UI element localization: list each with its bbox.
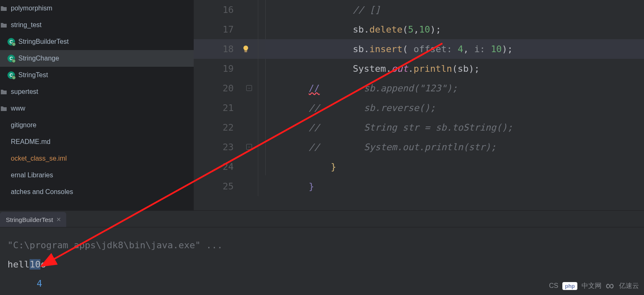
line-number: 18 <box>194 39 234 59</box>
code-token: , <box>414 24 419 35</box>
watermark-php: php <box>562 282 577 290</box>
class-icon <box>7 38 15 45</box>
sidebar-item-atches-and-consoles[interactable]: atches and Consoles <box>0 184 194 200</box>
code-line[interactable]: sb.delete(5,10); <box>265 20 644 39</box>
sidebar-item-supertest[interactable]: supertest <box>0 83 194 100</box>
output-post: o <box>40 259 46 270</box>
code-token: // String str = sb.toString(); <box>309 122 513 133</box>
sidebar-item-label: StringTest <box>18 71 48 79</box>
folder-icon <box>0 5 7 12</box>
watermark-brand: 亿速云 <box>619 282 639 290</box>
folder-icon <box>0 88 7 96</box>
code-line[interactable]: // [] <box>265 0 644 20</box>
code-line[interactable]: sb.insert( offset: 4, i: 10); <box>265 39 644 59</box>
code-editor[interactable]: 16171819202122232425 −− // [] sb.delete(… <box>194 0 644 210</box>
sidebar-item-label: supertest <box>11 88 38 96</box>
sidebar-item-string-test[interactable]: string_test <box>0 17 194 33</box>
main-layout: polymorphismstring_testStringBuilderTest… <box>0 0 644 210</box>
fold-marker[interactable]: − <box>246 85 252 91</box>
code-token: 4 <box>458 44 463 54</box>
svg-rect-0 <box>245 51 247 52</box>
code-line[interactable]: // String str = sb.toString(); <box>265 118 644 137</box>
sidebar-item-readme-md[interactable]: README.md <box>0 134 194 150</box>
code-line[interactable]: // sb.append("123"); <box>265 78 644 98</box>
line-number: 17 <box>194 20 234 39</box>
code-line[interactable]: } <box>265 176 644 196</box>
console-tab[interactable]: StringBuilderTest ✕ <box>0 212 66 227</box>
sidebar-item-www[interactable]: www <box>0 100 194 117</box>
sidebar-item-stringbuildertest[interactable]: StringBuilderTest <box>0 33 194 50</box>
code-token: offset: <box>414 44 458 54</box>
project-sidebar[interactable]: polymorphismstring_testStringBuilderTest… <box>0 0 194 210</box>
code-token: ( <box>402 44 414 54</box>
console-tab-label: StringBuilderTest <box>6 216 53 223</box>
code-token: (sb); <box>452 63 479 74</box>
code-token: sb.append("123"); <box>320 83 457 93</box>
sidebar-item-label: polymorphism <box>11 5 52 12</box>
watermark-cn: 中文网 <box>582 282 602 290</box>
code-token: System. <box>353 63 392 74</box>
code-token: // System.out.println(str); <box>309 142 496 152</box>
code-token: // <box>309 83 320 93</box>
line-number: 23 <box>194 137 234 157</box>
code-token: 10 <box>491 44 502 54</box>
line-number: 21 <box>194 98 234 118</box>
console-output[interactable]: "C:\program apps\jdk8\bin\java.exe" ... … <box>0 227 644 295</box>
code-line[interactable]: // System.out.println(str); <box>265 137 644 157</box>
lightbulb-icon[interactable] <box>241 44 250 53</box>
code-token: out <box>392 63 408 74</box>
console-panel: StringBuilderTest ✕ "C:\program apps\jdk… <box>0 210 644 295</box>
class-icon <box>7 55 15 62</box>
line-number: 25 <box>194 176 234 196</box>
console-caret-indicator: 4 <box>7 274 637 293</box>
code-area[interactable]: // [] sb.delete(5,10); sb.insert( offset… <box>265 0 644 210</box>
code-token: ); <box>430 24 441 35</box>
line-number: 19 <box>194 59 234 78</box>
code-token: . <box>408 63 413 74</box>
sidebar-item-label: StringChange <box>18 55 59 62</box>
console-tabs: StringBuilderTest ✕ <box>0 211 644 227</box>
line-number: 24 <box>194 157 234 176</box>
caret-num: 4 <box>37 278 42 289</box>
code-line[interactable]: System.out.println(sb); <box>265 59 644 78</box>
sidebar-item-polymorphism[interactable]: polymorphism <box>0 0 194 17</box>
code-token: println <box>414 63 452 74</box>
sidebar-item-stringchange[interactable]: StringChange <box>0 50 194 67</box>
code-token: insert <box>369 44 402 54</box>
sidebar-item-ocket-class-se-iml[interactable]: ocket_class_se.iml <box>0 150 194 167</box>
sidebar-item-label: string_test <box>11 21 42 29</box>
class-icon <box>7 71 15 79</box>
watermark-cs: CS <box>549 282 558 290</box>
code-line[interactable]: // sb.reverse(); <box>265 98 644 118</box>
fold-marker[interactable]: − <box>246 144 252 150</box>
fold-column: −− <box>244 0 265 210</box>
sidebar-item-ernal-libraries[interactable]: ernal Libraries <box>0 167 194 184</box>
code-token: ( <box>402 24 408 35</box>
watermark: CS php 中文网 亿速云 <box>549 279 639 292</box>
line-number: 20 <box>194 78 234 98</box>
output-selection: 10 <box>30 259 41 270</box>
line-gutter: 16171819202122232425 <box>194 0 244 210</box>
sidebar-item-label: gitignore <box>11 121 36 129</box>
output-pre: hell <box>7 259 30 270</box>
sidebar-item-label: ernal Libraries <box>11 171 53 179</box>
close-icon[interactable]: ✕ <box>56 216 61 223</box>
code-token: delete <box>369 24 402 35</box>
sidebar-item-gitignore[interactable]: gitignore <box>0 117 194 134</box>
code-token: 10 <box>419 24 430 35</box>
line-number: 16 <box>194 0 234 20</box>
console-cmd-path: "C:\program apps\jdk8\bin\java.exe" ... <box>7 236 637 255</box>
code-token: , <box>463 44 474 54</box>
sidebar-item-label: README.md <box>11 138 50 146</box>
console-output-line: hell10o <box>7 255 637 274</box>
infinity-icon <box>606 279 615 292</box>
code-token: } <box>331 161 336 172</box>
code-token: // [] <box>353 5 380 15</box>
code-token: i: <box>474 44 491 54</box>
sidebar-item-label: StringBuilderTest <box>18 38 69 45</box>
code-line[interactable]: } <box>265 157 644 176</box>
sidebar-item-label: atches and Consoles <box>11 188 73 196</box>
code-token: sb. <box>353 44 369 54</box>
folder-icon <box>0 105 7 112</box>
sidebar-item-stringtest[interactable]: StringTest <box>0 67 194 83</box>
